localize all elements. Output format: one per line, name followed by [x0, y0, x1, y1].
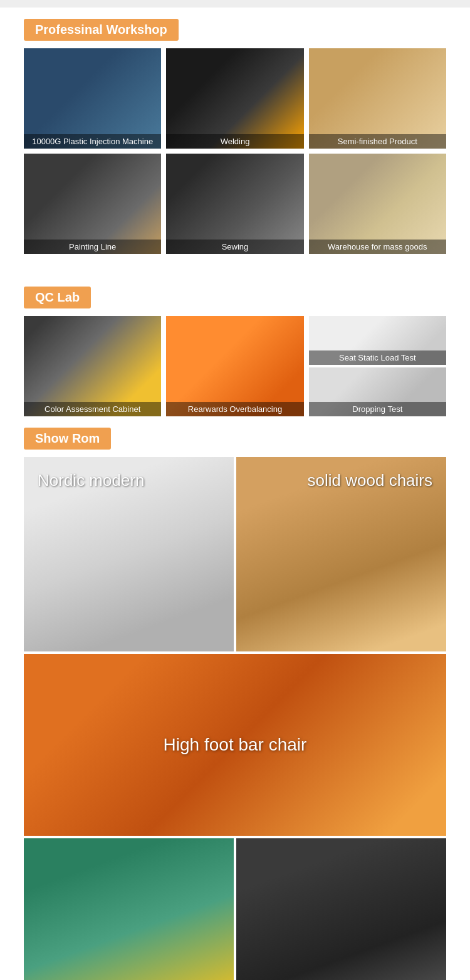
- top-banner: [0, 0, 470, 8]
- workshop-image-semifinished: Semi-finished Product: [309, 48, 446, 149]
- showroom-middle-wrap: High foot bar chair: [24, 654, 446, 836]
- showroom-section: Show Rom Nordic modern solid wood chairs…: [0, 416, 470, 980]
- qclab-label-dropping: Dropping Test: [309, 402, 446, 416]
- showroom-upholstery: Upholstery sofa, chair: [24, 838, 234, 980]
- showroom-highfoot: High foot bar chair: [24, 654, 446, 836]
- workshop-image-machine: 10000G Plastic Injection Machine: [24, 48, 161, 149]
- qclab-label-rearwards: Rearwards Overbalancing: [166, 402, 303, 416]
- workshop-row2: Painting Line Sewing Warehouse for mass …: [0, 154, 470, 254]
- workshop-label-sewing: Sewing: [166, 240, 303, 254]
- qclab-label-seat: Seat Static Load Test: [309, 350, 446, 365]
- qclab-image-seat: Seat Static Load Test: [309, 316, 446, 365]
- showroom-bottom-row: Upholstery sofa, chair Simple leisure ch…: [24, 838, 446, 980]
- workshop-label-semifinished: Semi-finished Product: [309, 134, 446, 149]
- showroom-solidwood: solid wood chairs: [236, 457, 446, 651]
- showroom-label-highfoot: High foot bar chair: [164, 735, 307, 755]
- qclab-section: QC Lab Color Assessment Cabinet Rearward…: [0, 275, 470, 416]
- showroom-nordic: Nordic modern: [24, 457, 234, 651]
- workshop-label-welding: Welding: [166, 134, 303, 149]
- showroom-label-nordic: Nordic modern: [30, 463, 152, 498]
- workshop-image-welding: Welding: [166, 48, 303, 149]
- workshop-image-painting: Painting Line: [24, 154, 161, 254]
- qclab-label-color: Color Assessment Cabinet: [24, 402, 161, 416]
- workshop-section: Professinal Workshop 10000G Plastic Inje…: [0, 8, 470, 271]
- workshop-label-warehouse: Warehouse for mass goods: [309, 240, 446, 254]
- qclab-image-rearwards: Rearwards Overbalancing: [166, 316, 303, 416]
- workshop-label-painting: Painting Line: [24, 240, 161, 254]
- qclab-image-dropping: Dropping Test: [309, 367, 446, 416]
- workshop-image-sewing: Sewing: [166, 154, 303, 254]
- qclab-header: QC Lab: [24, 287, 91, 308]
- showroom-label-solidwood: solid wood chairs: [300, 463, 440, 498]
- workshop-header: Professinal Workshop: [24, 19, 179, 41]
- qclab-right-pair: Seat Static Load Test Dropping Test: [309, 316, 446, 416]
- showroom-header: Show Rom: [24, 428, 111, 450]
- workshop-image-warehouse: Warehouse for mass goods: [309, 154, 446, 254]
- showroom-top-row: Nordic modern solid wood chairs: [24, 457, 446, 651]
- qclab-row: Color Assessment Cabinet Rearwards Overb…: [0, 316, 470, 416]
- qclab-image-color: Color Assessment Cabinet: [24, 316, 161, 416]
- showroom-simpleleisure: Simple leisure chair: [236, 838, 446, 980]
- workshop-label-machine: 10000G Plastic Injection Machine: [24, 134, 161, 149]
- workshop-row1: 10000G Plastic Injection Machine Welding…: [0, 48, 470, 149]
